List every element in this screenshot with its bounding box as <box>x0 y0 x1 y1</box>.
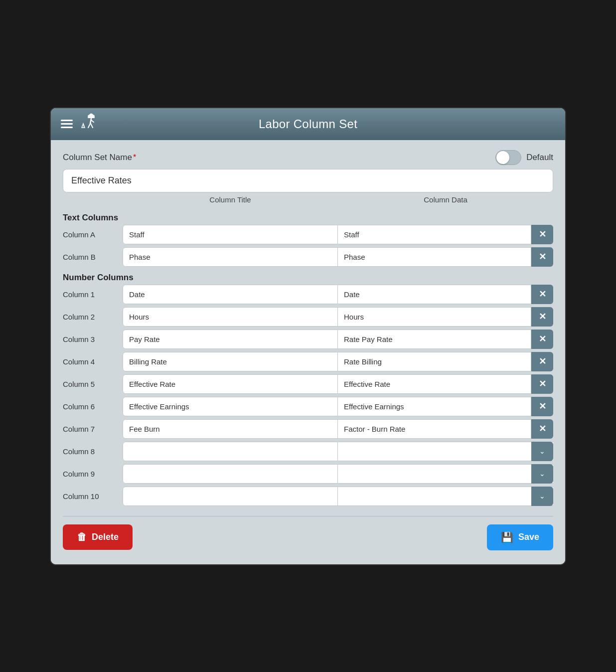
delete-icon: 🗑 <box>77 531 87 543</box>
number-column-row-7: Column 7 ✕ <box>63 419 553 439</box>
column-9-title-input[interactable] <box>123 464 338 484</box>
column-set-name-input[interactable] <box>63 169 553 192</box>
column-3-title-input[interactable] <box>123 330 338 349</box>
column-2-title-input[interactable] <box>123 307 338 327</box>
column-10-title-input[interactable] <box>123 487 338 506</box>
column-2-data-group: ✕ <box>338 307 553 327</box>
number-column-row-8: Column 8 ⌄ <box>63 442 553 461</box>
svg-point-2 <box>90 114 93 117</box>
content: Column Set Name* Default Column Title Co… <box>51 140 565 564</box>
column-3-data-group: ✕ <box>338 330 553 349</box>
column-7-clear-button[interactable]: ✕ <box>531 419 553 439</box>
column-5-data-group: ✕ <box>338 374 553 394</box>
column-7-data-input[interactable] <box>338 419 531 439</box>
column-b-data-group: ✕ <box>338 247 553 267</box>
column-a-data-group: ✕ <box>338 225 553 244</box>
column-set-name-row: Column Set Name* Default <box>63 150 553 165</box>
svg-line-6 <box>91 124 93 128</box>
column-5-title-input[interactable] <box>123 374 338 394</box>
app-container: ! Labor Column Set Column Set Name* Defa… <box>50 107 566 565</box>
column-9-data-group: ⌄ <box>338 464 553 484</box>
save-label: Save <box>518 532 539 542</box>
column-1-title-input[interactable] <box>123 285 338 304</box>
column-2-label: Column 2 <box>63 313 123 321</box>
column-5-label: Column 5 <box>63 380 123 388</box>
number-column-row-10: Column 10 ⌄ <box>63 487 553 506</box>
column-a-data-input[interactable] <box>338 225 531 244</box>
chevron-down-icon: ⌄ <box>539 492 545 500</box>
column-9-data-input[interactable] <box>338 464 553 484</box>
column-5-clear-button[interactable]: ✕ <box>531 374 553 394</box>
column-8-data-input[interactable] <box>338 442 553 461</box>
column-6-title-input[interactable] <box>123 397 338 416</box>
column-title-header: Column Title <box>123 195 338 204</box>
svg-line-3 <box>90 119 91 124</box>
svg-line-4 <box>91 120 94 122</box>
column-3-clear-button[interactable]: ✕ <box>531 330 553 349</box>
column-b-clear-button[interactable]: ✕ <box>531 247 553 267</box>
column-6-label: Column 6 <box>63 402 123 411</box>
column-a-clear-button[interactable]: ✕ <box>531 225 553 244</box>
person-icon: ! <box>81 113 100 135</box>
header-left: ! <box>61 113 100 135</box>
header: ! Labor Column Set <box>51 108 565 140</box>
column-4-data-group: ✕ <box>338 352 553 371</box>
column-1-data-group: ✕ <box>338 285 553 304</box>
text-column-row-a: Column A ✕ <box>63 225 553 244</box>
column-b-data-input[interactable] <box>338 247 531 267</box>
column-2-clear-button[interactable]: ✕ <box>531 307 553 327</box>
column-10-dropdown-button[interactable]: ⌄ <box>531 487 553 506</box>
column-8-dropdown-button[interactable]: ⌄ <box>531 442 553 461</box>
number-column-row-5: Column 5 ✕ <box>63 374 553 394</box>
hamburger-icon[interactable] <box>61 120 73 128</box>
number-column-row-6: Column 6 ✕ <box>63 397 553 416</box>
column-8-data-group: ⌄ <box>338 442 553 461</box>
column-8-label: Column 8 <box>63 447 123 456</box>
column-6-data-group: ✕ <box>338 397 553 416</box>
column-10-data-group: ⌄ <box>338 487 553 506</box>
footer: 🗑 Delete 💾 Save <box>63 524 553 552</box>
column-1-clear-button[interactable]: ✕ <box>531 285 553 304</box>
column-7-data-group: ✕ <box>338 419 553 439</box>
column-1-data-input[interactable] <box>338 285 531 304</box>
column-4-clear-button[interactable]: ✕ <box>531 352 553 371</box>
default-toggle[interactable] <box>495 150 521 165</box>
column-1-label: Column 1 <box>63 290 123 299</box>
svg-line-5 <box>88 124 90 128</box>
column-3-label: Column 3 <box>63 335 123 343</box>
column-9-label: Column 9 <box>63 470 123 478</box>
column-6-clear-button[interactable]: ✕ <box>531 397 553 416</box>
column-10-data-input[interactable] <box>338 487 553 506</box>
chevron-down-icon: ⌄ <box>539 447 545 455</box>
default-label: Default <box>526 153 553 163</box>
save-button[interactable]: 💾 Save <box>487 524 553 550</box>
column-4-data-input[interactable] <box>338 352 531 371</box>
column-4-label: Column 4 <box>63 357 123 366</box>
number-column-row-2: Column 2 ✕ <box>63 307 553 327</box>
text-columns-header: Text Columns <box>63 213 553 223</box>
column-5-data-input[interactable] <box>338 374 531 394</box>
column-9-dropdown-button[interactable]: ⌄ <box>531 464 553 484</box>
column-2-data-input[interactable] <box>338 307 531 327</box>
column-8-title-input[interactable] <box>123 442 338 461</box>
divider <box>63 516 553 516</box>
column-headers-row: Column Title Column Data <box>63 192 553 207</box>
column-7-title-input[interactable] <box>123 419 338 439</box>
default-toggle-row: Default <box>495 150 553 165</box>
delete-button[interactable]: 🗑 Delete <box>63 524 133 550</box>
text-column-row-b: Column B ✕ <box>63 247 553 267</box>
column-a-title-input[interactable] <box>123 225 338 244</box>
save-icon: 💾 <box>501 531 513 543</box>
required-star: * <box>133 153 136 162</box>
column-6-data-input[interactable] <box>338 397 531 416</box>
column-a-label: Column A <box>63 230 123 239</box>
column-set-name-label: Column Set Name* <box>63 153 136 163</box>
column-4-title-input[interactable] <box>123 352 338 371</box>
number-column-row-9: Column 9 ⌄ <box>63 464 553 484</box>
column-b-label: Column B <box>63 253 123 261</box>
column-data-header: Column Data <box>338 195 553 204</box>
column-3-data-input[interactable] <box>338 330 531 349</box>
column-10-label: Column 10 <box>63 492 123 501</box>
column-7-label: Column 7 <box>63 425 123 433</box>
column-b-title-input[interactable] <box>123 247 338 267</box>
